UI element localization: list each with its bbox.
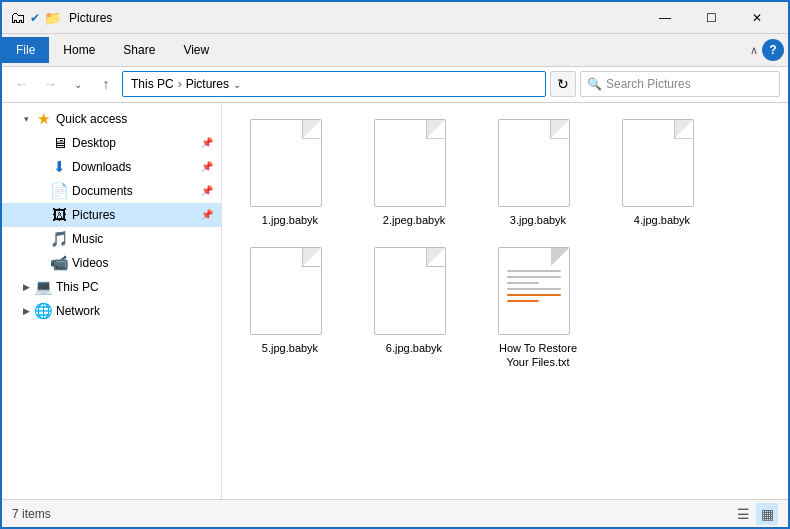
sidebar-item-documents[interactable]: 📄 Documents 📌 [2,179,221,203]
sidebar: ▾ ★ Quick access 🖥 Desktop 📌 ⬇ Downloads… [2,103,222,500]
path-this-pc: This PC [131,77,174,91]
file-label-3: 3.jpg.babyk [510,213,566,227]
sidebar-item-downloads[interactable]: ⬇ Downloads 📌 [2,155,221,179]
sidebar-item-network[interactable]: ▶ 🌐 Network [2,299,221,323]
file-label-4: 4.jpg.babyk [634,213,690,227]
search-placeholder: Search Pictures [606,77,691,91]
file-icon-wrapper-3 [498,119,578,209]
file-label-6: 6.jpg.babyk [386,341,442,355]
refresh-button[interactable]: ↻ [550,71,576,97]
file-icon-wrapper-7 [498,247,578,337]
txt-lines [507,270,561,306]
item-count: 7 items [12,507,51,521]
doc-icon-3 [498,119,570,207]
minimize-button[interactable]: — [642,2,688,34]
pictures-icon: 🖼 [50,206,68,224]
file-item-6[interactable]: 6.jpg.babyk [354,239,474,378]
txt-line-2 [507,276,561,278]
search-icon: 🔍 [587,77,602,91]
expand-arrow-documents [34,183,50,199]
this-pc-icon: 💻 [34,278,52,296]
file-item-7[interactable]: How To RestoreYour Files.txt [478,239,598,378]
sidebar-label-this-pc: This PC [56,280,213,294]
txt-icon-7 [498,247,570,335]
music-icon: 🎵 [50,230,68,248]
list-view-button[interactable]: ☰ [732,503,754,525]
txt-line-1 [507,270,561,272]
expand-arrow-downloads [34,159,50,175]
file-area: 1.jpg.babyk 2.jpeg.babyk 3.jpg.babyk [222,103,788,500]
file-icon-wrapper-6 [374,247,454,337]
sidebar-label-network: Network [56,304,213,318]
pin-icon-downloads: 📌 [201,161,213,172]
address-bar: ← → ⌄ ↑ This PC › Pictures ⌄ ↻ 🔍 Search … [2,67,788,103]
sidebar-label-downloads: Downloads [72,160,197,174]
file-icon-wrapper-5 [250,247,330,337]
expand-arrow-music [34,231,50,247]
star-icon: ★ [34,110,52,128]
search-box[interactable]: 🔍 Search Pictures [580,71,780,97]
pin-icon-pictures: 📌 [201,209,213,220]
view-icons: ☰ ▦ [732,503,778,525]
path-pictures: Pictures [186,77,229,91]
ribbon-chevron-icon[interactable]: ∧ [750,44,758,57]
sidebar-label-music: Music [72,232,213,246]
txt-line-4 [507,288,561,290]
forward-button[interactable]: → [38,72,62,96]
doc-icon-4 [622,119,694,207]
file-item-3[interactable]: 3.jpg.babyk [478,111,598,235]
doc-icon-5 [250,247,322,335]
expand-arrow-network: ▶ [18,303,34,319]
sidebar-item-videos[interactable]: 📹 Videos [2,251,221,275]
back-button[interactable]: ← [10,72,34,96]
help-button[interactable]: ? [762,39,784,61]
main-area: ▾ ★ Quick access 🖥 Desktop 📌 ⬇ Downloads… [2,103,788,500]
sidebar-item-quick-access[interactable]: ▾ ★ Quick access [2,107,221,131]
file-label-5: 5.jpg.babyk [262,341,318,355]
txt-line-5 [507,294,561,296]
tab-file[interactable]: File [2,37,49,63]
sidebar-label-desktop: Desktop [72,136,197,150]
expand-arrow-icon: ▾ [18,111,34,127]
window-controls: — ☐ ✕ [642,2,780,34]
address-path[interactable]: This PC › Pictures ⌄ [122,71,546,97]
file-label-2: 2.jpeg.babyk [383,213,445,227]
sidebar-label-quick-access: Quick access [56,112,213,126]
grid-view-button[interactable]: ▦ [756,503,778,525]
status-bar: 7 items ☰ ▦ [2,499,788,527]
small-folder-icon: 📁 [44,10,61,26]
expand-arrow-videos [34,255,50,271]
doc-icon-2 [374,119,446,207]
network-icon: 🌐 [34,302,52,320]
videos-icon: 📹 [50,254,68,272]
maximize-button[interactable]: ☐ [688,2,734,34]
desktop-icon: 🖥 [50,134,68,152]
file-item-4[interactable]: 4.jpg.babyk [602,111,722,235]
sidebar-label-videos: Videos [72,256,213,270]
sidebar-item-music[interactable]: 🎵 Music [2,227,221,251]
up-button[interactable]: ↑ [94,72,118,96]
sidebar-item-desktop[interactable]: 🖥 Desktop 📌 [2,131,221,155]
documents-icon: 📄 [50,182,68,200]
recent-locations-button[interactable]: ⌄ [66,72,90,96]
file-item-2[interactable]: 2.jpeg.babyk [354,111,474,235]
sidebar-item-pictures[interactable]: 🖼 Pictures 📌 [2,203,221,227]
sidebar-label-pictures: Pictures [72,208,197,222]
tab-share[interactable]: Share [109,37,169,63]
doc-icon-6 [374,247,446,335]
file-item-5[interactable]: 5.jpg.babyk [230,239,350,378]
file-item-1[interactable]: 1.jpg.babyk [230,111,350,235]
title-bar: 🗂 ✔ 📁 Pictures — ☐ ✕ [2,2,788,34]
expand-arrow-this-pc: ▶ [18,279,34,295]
path-dropdown-icon: ⌄ [233,79,241,90]
window-title: Pictures [69,11,642,25]
tab-home[interactable]: Home [49,37,109,63]
tab-view[interactable]: View [169,37,223,63]
file-icon-wrapper-1 [250,119,330,209]
close-button[interactable]: ✕ [734,2,780,34]
pin-icon-documents: 📌 [201,185,213,196]
txt-line-6 [507,300,539,302]
sidebar-item-this-pc[interactable]: ▶ 💻 This PC [2,275,221,299]
doc-icon-1 [250,119,322,207]
expand-arrow-desktop [34,135,50,151]
